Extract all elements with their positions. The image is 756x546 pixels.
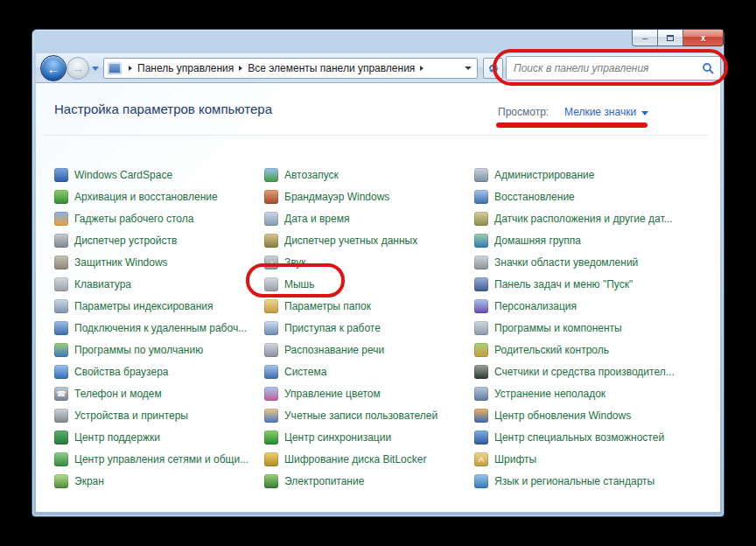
control-panel-item[interactable]: Экран (54, 470, 262, 492)
item-label: Программы по умолчанию (74, 344, 203, 356)
item-label: Дата и время (284, 213, 349, 225)
control-panel-item[interactable]: ☎Телефон и модем (54, 382, 262, 404)
control-panel-item[interactable]: Родительский контроль (474, 339, 682, 360)
recent-pages-dropdown-icon[interactable] (92, 66, 99, 71)
administrative-tools-icon (474, 168, 488, 182)
forward-button[interactable]: → (66, 57, 89, 80)
indexing-options-icon (54, 299, 68, 313)
control-panel-item[interactable]: Архивация и восстановление (54, 186, 262, 207)
control-panel-item[interactable]: Параметры папок (264, 295, 472, 317)
control-panel-item[interactable]: Мышь (264, 273, 472, 295)
item-label: Клавиатура (74, 278, 131, 290)
control-panel-item[interactable]: Управление цветом (264, 382, 472, 404)
maximize-button[interactable] (658, 30, 683, 46)
control-panel-item[interactable]: Гаджеты рабочего стола (54, 207, 262, 229)
action-center-icon (54, 430, 68, 444)
view-label: Просмотр: (498, 106, 549, 118)
control-panel-item[interactable]: Распознавание речи (264, 339, 472, 360)
item-label: Параметры индексирования (74, 300, 213, 312)
troubleshooting-icon (474, 387, 488, 401)
close-button[interactable]: x (683, 30, 724, 46)
refresh-button[interactable] (483, 58, 503, 79)
control-panel-item[interactable]: Шифрование диска BitLocker (264, 448, 472, 470)
item-label: Гаджеты рабочего стола (74, 213, 193, 225)
taskbar-start-menu-icon (474, 277, 488, 291)
control-panel-item[interactable]: ♪Звук (264, 251, 472, 273)
control-panel-item[interactable]: Клавиатура (54, 273, 262, 295)
control-panel-item[interactable]: Счетчики и средства производител... (474, 360, 682, 382)
control-panel-item[interactable]: Персонализация (474, 295, 682, 317)
breadcrumb-separator-icon (239, 66, 242, 71)
control-panel-item[interactable]: Устройства и принтеры (54, 404, 262, 426)
desktop-gadgets-icon (54, 212, 68, 226)
control-panel-item[interactable]: Брандмауэр Windows (264, 186, 472, 207)
address-dropdown-icon[interactable] (465, 66, 472, 70)
control-panel-item[interactable]: Восстановление (474, 186, 682, 207)
control-panel-item[interactable]: Параметры индексирования (54, 295, 262, 317)
address-bar[interactable]: Панель управления Все элементы панели уп… (103, 58, 478, 79)
item-label: Звук (284, 256, 306, 269)
screenshot-stage: – x ← → Панель управления Все элементы п… (0, 0, 756, 546)
control-panel-item[interactable]: Защитник Windows (54, 251, 262, 273)
control-panel-item[interactable]: Дата и время (264, 207, 472, 229)
control-panel-item[interactable]: Панель задач и меню "Пуск" (474, 273, 682, 295)
credential-manager-icon (264, 234, 278, 248)
minimize-button[interactable]: – (632, 30, 658, 46)
control-panel-item[interactable]: Центр обновления Windows (474, 404, 682, 426)
item-label: Персонализация (494, 300, 577, 312)
control-panel-item[interactable]: Свойства браузера (54, 360, 262, 382)
control-panel-item[interactable]: Программы и компоненты (474, 317, 682, 339)
control-panel-item[interactable]: Администрирование (474, 164, 682, 186)
programs-features-icon (474, 321, 488, 335)
control-panel-item[interactable]: Центр поддержки (54, 426, 262, 448)
bitlocker-icon (264, 452, 278, 466)
breadcrumb-control-panel[interactable]: Панель управления (136, 62, 235, 74)
search-icon[interactable] (702, 62, 715, 75)
breadcrumb-all-items[interactable]: Все элементы панели управления (246, 62, 416, 74)
item-label: Устройства и принтеры (74, 410, 188, 422)
ease-of-access-icon (474, 430, 488, 444)
control-panel-item[interactable]: Учетные записи пользователей (264, 404, 472, 426)
system-icon (264, 365, 278, 379)
item-label: Защитник Windows (74, 256, 168, 269)
personalization-icon (474, 299, 488, 313)
control-panel-item[interactable]: Диспетчер учетных данных (264, 229, 472, 251)
control-panel-item[interactable]: Датчик расположения и другие дат... (474, 207, 682, 229)
control-panel-item[interactable]: Домашняя группа (474, 229, 682, 251)
control-panel-item[interactable]: Центр синхронизации (264, 426, 472, 448)
control-panel-item[interactable]: AШрифты (474, 448, 682, 470)
power-options-icon (264, 474, 278, 488)
item-label: Телефон и модем (74, 388, 162, 400)
item-label: Приступая к работе (284, 322, 381, 334)
item-label: Электропитание (284, 475, 364, 487)
back-button[interactable]: ← (40, 55, 66, 81)
control-panel-item[interactable]: Приступая к работе (264, 317, 472, 339)
view-mode-dropdown[interactable]: Мелкие значки (564, 106, 648, 118)
control-panel-item[interactable]: Центр специальных возможностей (474, 426, 682, 448)
control-panel-item[interactable]: Центр управления сетями и общи... (54, 448, 262, 470)
control-panel-item[interactable]: Электропитание (264, 470, 472, 492)
maximize-icon (667, 35, 674, 41)
item-label: Подключения к удаленным рабоч... (74, 322, 247, 334)
control-panel-item[interactable]: Значки области уведомлений (474, 251, 682, 273)
user-accounts-icon (264, 409, 278, 423)
remote-desktop-icon (54, 321, 68, 335)
control-panel-item[interactable]: Система (264, 360, 472, 382)
control-panel-item[interactable]: Автозапуск (264, 164, 472, 186)
search-input[interactable] (514, 62, 702, 74)
search-box (506, 56, 721, 80)
title-bar: – x (632, 30, 724, 46)
item-label: Распознавание речи (284, 344, 384, 356)
control-panel-item[interactable]: Диспетчер устройств (54, 229, 262, 251)
display-icon (54, 474, 68, 488)
control-panel-item[interactable]: Подключения к удаленным рабоч... (54, 317, 262, 339)
control-panel-item[interactable]: Windows CardSpace (54, 164, 262, 186)
control-panel-item[interactable]: Язык и региональные стандарты (474, 470, 682, 492)
item-label: Домашняя группа (494, 234, 581, 247)
item-label: Центр управления сетями и общи... (74, 453, 248, 466)
item-label: Программы и компоненты (494, 322, 622, 334)
item-label: Управление цветом (284, 388, 381, 400)
control-panel-item[interactable]: Программы по умолчанию (54, 339, 262, 360)
windows-update-icon (474, 409, 488, 423)
control-panel-item[interactable]: Устранение неполадок (474, 382, 682, 404)
